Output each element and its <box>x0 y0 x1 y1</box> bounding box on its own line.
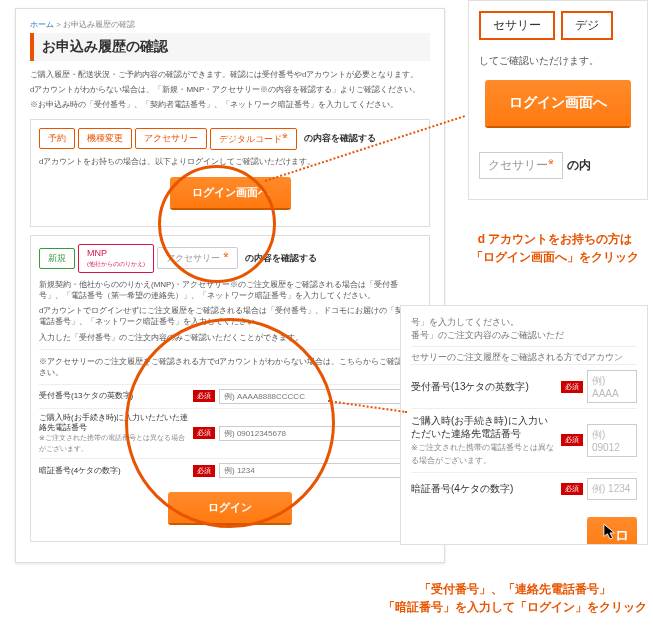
section-without-account: 新規 MNP(他社からののりかえ) アクセサリー ※ の内容を確認する 新規契約… <box>30 235 430 543</box>
breadcrumb-home-link[interactable]: ホーム <box>30 20 54 29</box>
main-screenshot-panel: ホーム > お申込み履歴の確認 お申込み履歴の確認 ご購入履歴・配送状況・ご予約… <box>15 8 445 563</box>
zoom-panel-bottom: 号」を入力してください。 番号」のご注文内容のみご確認いただ セサリーのご注文履… <box>400 305 648 545</box>
caption-bottom: 「受付番号」、「連絡先電話番号」「暗証番号」を入力して「ログイン」をクリック <box>380 580 650 616</box>
tab-digital-code[interactable]: デジタルコード※ <box>210 128 297 150</box>
tab-model-change[interactable]: 機種変更 <box>78 128 132 149</box>
input-receipt-number[interactable] <box>219 389 421 404</box>
zoom1-note: してご確認いただけます。 <box>479 54 637 68</box>
z2-frag3: セサリーのご注文履歴をご確認される方でdアカウン <box>411 346 637 364</box>
z2-field-phone: ご購入時(お手続き時)に入力いただいた連絡先電話番号※ご注文された携帯の電話番号… <box>411 408 637 472</box>
tab-accessory-2[interactable]: アクセサリー ※ <box>157 247 238 269</box>
section1-note: dアカウントをお持ちの場合は、以下よりログインしてご確認いただけます。 <box>39 156 421 167</box>
tab-mnp[interactable]: MNP(他社からののりかえ) <box>78 244 154 273</box>
intro-text-1: ご購入履歴・配送状況・ご予約内容の確認ができます。確認には受付番号やdアカウント… <box>30 69 430 80</box>
login-button[interactable]: ログイン <box>168 492 292 523</box>
input-phone[interactable] <box>219 426 421 441</box>
z2-field-pin: 暗証番号(4ケタの数字) 必須 例) 1234 <box>411 472 637 505</box>
z2-frag1: 号」を入力してください。 <box>411 316 637 329</box>
zoom1-login-button[interactable]: ログイン画面へ <box>485 80 631 126</box>
required-badge: 必須 <box>193 390 215 402</box>
z2-field-receipt: 受付番号(13ケタの英数字) 必須 例) AAAA <box>411 364 637 408</box>
section-with-account: 予約 機種変更 アクセサリー デジタルコード※ の内容を確認する dアカウントを… <box>30 119 430 227</box>
field-receipt-number: 受付番号(13ケタの英数字) 必須 <box>39 384 421 408</box>
section2-note1: 新規契約・他社からののりかえ(MNP)・アクセサリー※のご注文履歴をご確認される… <box>39 279 421 301</box>
section2-note3: 入力した「受付番号」のご注文内容のみご確認いただくことができます。 <box>39 332 421 343</box>
section2-divider-note: ※アクセサリーのご注文履歴をご確認される方でdアカウントがわからない場合は、こち… <box>39 349 421 378</box>
tabs-row-2: 新規 MNP(他社からののりかえ) アクセサリー ※ の内容を確認する <box>39 244 421 273</box>
z2-frag2: 番号」のご注文内容のみご確認いただ <box>411 329 637 342</box>
section2-note2: dアカウントでログインせずにご注文履歴をご確認される場合は「受付番号」、ドコモに… <box>39 305 421 327</box>
tab-reserve[interactable]: 予約 <box>39 128 75 149</box>
tab-accessory[interactable]: アクセサリー <box>135 128 207 149</box>
breadcrumb: ホーム > お申込み履歴の確認 <box>30 19 430 30</box>
caption-top: d アカウントをお持ちの方は「ログイン画面へ」をクリック <box>460 230 650 266</box>
field-pin: 暗証番号(4ケタの数字) 必須 <box>39 458 421 482</box>
tabs-row-1: 予約 機種変更 アクセサリー デジタルコード※ の内容を確認する <box>39 128 421 150</box>
intro-note: ※お申込み時の「受付番号」、「契約者電話番号」、「ネットワーク暗証番号」を入力し… <box>30 99 430 110</box>
login-screen-button[interactable]: ログイン画面へ <box>170 177 291 208</box>
field-phone: ご購入時(お手続き時)に入力いただいた連絡先電話番号※ご注文された携帯の電話番号… <box>39 408 421 459</box>
zoom1-lower-tab: クセサリー※ <box>479 152 563 179</box>
required-badge: 必須 <box>193 427 215 439</box>
tabs-label-2: の内容を確認する <box>245 252 317 265</box>
input-pin[interactable] <box>219 463 421 478</box>
zoom1-lower-label: の内 <box>567 157 591 174</box>
required-badge: 必須 <box>193 465 215 477</box>
z2-input-pin[interactable]: 例) 1234 <box>587 478 637 500</box>
tabs-label-1: の内容を確認する <box>304 132 376 145</box>
zoom1-tab-digital: デジ <box>561 11 613 40</box>
zoom1-tab-accessory: セサリー <box>479 11 555 40</box>
intro-text-2: dアカウントがわからない場合は、「新規・MNP・アクセサリー※の内容を確認する」… <box>30 84 430 95</box>
z2-input-receipt[interactable]: 例) AAAA <box>587 370 637 403</box>
zoom-panel-top: セサリー デジ してご確認いただけます。 ログイン画面へ クセサリー※ の内 <box>468 0 648 200</box>
page-title: お申込み履歴の確認 <box>30 33 430 61</box>
tab-new[interactable]: 新規 <box>39 248 75 269</box>
cursor-icon <box>603 523 617 541</box>
z2-input-phone[interactable]: 例) 09012 <box>587 424 637 457</box>
